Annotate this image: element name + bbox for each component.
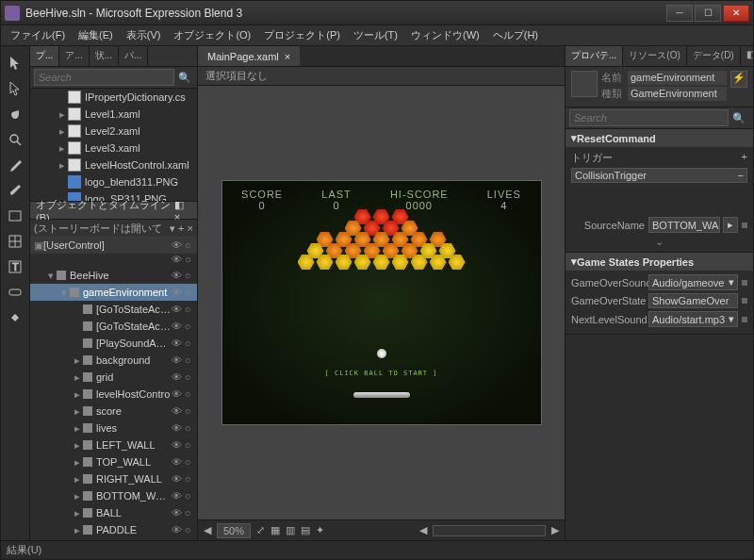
picker-button[interactable]: ▸ — [723, 217, 738, 233]
add-trigger-icon[interactable]: + — [742, 151, 747, 165]
resetcommand-header[interactable]: ▾ ResetCommand — [566, 129, 753, 147]
fit-icon[interactable]: ⤢ — [256, 524, 265, 536]
object-item[interactable]: ▸RIGHT_WALL👁○ — [30, 470, 197, 487]
usercontrol-root[interactable]: ▣ [UserControl] 👁○ — [30, 237, 197, 254]
object-item[interactable]: ▸background👁○ — [30, 352, 197, 369]
assets-tool-icon[interactable] — [3, 305, 27, 330]
menu-ウィンドウ(W)[interactable]: ウィンドウ(W) — [405, 26, 485, 44]
menu-オブジェクト(O)[interactable]: オブジェクト(O) — [168, 26, 256, 44]
zoom-level[interactable]: 50% — [217, 523, 251, 538]
rectangle-tool-icon[interactable] — [3, 204, 27, 228]
maximize-button[interactable]: ☐ — [695, 5, 721, 22]
text-tool-icon[interactable]: T — [3, 255, 27, 279]
search-icon[interactable]: 🔍 — [174, 72, 195, 84]
object-item[interactable]: ▸BOTTOM_WALL👁○ — [30, 487, 197, 504]
object-item[interactable]: ▾BeeHive👁○ — [30, 267, 197, 284]
left-tab[interactable]: プ... — [30, 46, 59, 66]
close-button[interactable]: ✕ — [723, 5, 749, 22]
status-bar: 結果(U) — [1, 540, 753, 559]
game-preview: SCORE0 LAST0 HI-SCORE0000 LIVES4 [ CLICK… — [221, 180, 542, 425]
object-item[interactable]: ▸levelHostContro👁○ — [30, 386, 197, 403]
prop-marker[interactable] — [742, 298, 747, 304]
left-tab[interactable]: パ... — [119, 46, 148, 66]
project-file[interactable]: ▸Level2.xaml — [30, 123, 197, 140]
properties-search-input[interactable] — [569, 109, 729, 126]
object-item[interactable]: [GoToStateAction]👁○ — [30, 301, 197, 318]
menu-ヘルプ(H)[interactable]: ヘルプ(H) — [487, 26, 544, 44]
svg-rect-2 — [9, 211, 21, 221]
pan-tool-icon[interactable] — [3, 102, 27, 126]
svg-text:T: T — [12, 261, 19, 272]
ball — [377, 349, 386, 358]
object-item[interactable]: ▸LEFT_WALL👁○ — [30, 436, 197, 453]
left-tab[interactable]: ア... — [59, 46, 89, 66]
object-item[interactable]: ▸lives👁○ — [30, 420, 197, 436]
gamestates-header[interactable]: ▾ Game States Properties — [566, 253, 753, 271]
object-name-field[interactable]: gameEnvironment — [628, 71, 727, 85]
prop-field[interactable]: Audio/start.mp3▾ — [648, 311, 738, 327]
menu-ファイル(F)[interactable]: ファイル(F) — [5, 26, 71, 44]
svg-point-0 — [10, 135, 18, 142]
right-tab[interactable]: リソース(O) — [623, 46, 686, 66]
start-text: [ CLICK BALL TO START ] — [222, 370, 541, 377]
object-item[interactable]: ▸score👁○ — [30, 403, 197, 420]
svg-rect-8 — [9, 289, 21, 295]
svg-line-1 — [17, 141, 21, 145]
direct-select-tool-icon[interactable] — [3, 76, 27, 101]
object-item[interactable]: ▸PADDLE👁○ — [30, 521, 197, 538]
left-panel-tabs: プ...ア...状...パ... — [30, 46, 197, 67]
object-item[interactable]: ▸BALL👁○ — [30, 504, 197, 521]
controls-tool-icon[interactable] — [3, 280, 27, 305]
horizontal-scrollbar[interactable] — [433, 525, 546, 536]
menu-プロジェクト(P)[interactable]: プロジェクト(P) — [258, 26, 346, 44]
prop-field[interactable]: Audio/gameove▾ — [648, 274, 738, 290]
project-search-input[interactable] — [34, 69, 174, 86]
events-view-icon[interactable]: ⚡ — [730, 71, 747, 88]
brush-tool-icon[interactable] — [3, 178, 27, 203]
paddle — [353, 392, 410, 398]
prop-field[interactable]: ShowGameOver — [648, 293, 738, 308]
object-item[interactable]: ▸grid👁○ — [30, 369, 197, 386]
effects-icon[interactable]: ✦ — [316, 524, 324, 536]
project-file[interactable]: logo_blend311.PNG — [30, 173, 197, 190]
minimize-button[interactable]: ─ — [666, 5, 693, 22]
project-file[interactable]: ▸Level1.xaml — [30, 106, 197, 123]
eyedropper-tool-icon[interactable] — [3, 153, 27, 177]
close-tab-icon[interactable]: × — [285, 51, 290, 62]
selected-object-icon — [571, 71, 598, 97]
object-item[interactable]: ▾gameEnvironment👁○ — [30, 284, 197, 301]
prop-marker[interactable] — [742, 317, 747, 322]
prop-marker[interactable] — [742, 222, 747, 228]
search-icon[interactable]: 🔍 — [729, 112, 749, 124]
selection-tool-icon[interactable] — [3, 51, 27, 75]
design-canvas[interactable]: SCORE0 LAST0 HI-SCORE0000 LIVES4 [ CLICK… — [198, 86, 565, 519]
layout-tool-icon[interactable] — [3, 229, 27, 254]
storyboard-row[interactable]: (ストーリーボードは開いて▾ + × — [30, 220, 197, 237]
collapse-icon[interactable]: ◀ — [204, 524, 211, 536]
project-tree: IPropertyDictionary.cs▸Level1.xaml▸Level… — [30, 89, 197, 201]
snap-icon[interactable]: ▥ — [286, 524, 295, 536]
collision-trigger-field[interactable]: CollisionTrigger− — [571, 168, 747, 183]
zoom-tool-icon[interactable] — [3, 127, 27, 152]
prop-marker[interactable] — [742, 280, 747, 286]
left-tab[interactable]: 状... — [90, 46, 119, 66]
project-file[interactable]: ▸Level3.xaml — [30, 140, 197, 156]
tool-strip: T — [1, 46, 30, 540]
menubar: ファイル(F)編集(E)表示(V)オブジェクト(O)プロジェクト(P)ツール(T… — [1, 25, 753, 46]
project-file[interactable]: IPropertyDictionary.cs — [30, 89, 197, 106]
object-item[interactable]: [GoToStateAction]👁○ — [30, 318, 197, 335]
sourcename-field[interactable]: BOTTOM_WALL◎ — [648, 217, 720, 233]
right-tab[interactable]: プロパテ... — [566, 46, 623, 66]
object-type-field: GameEnvironment — [628, 87, 727, 101]
right-tab[interactable]: データ(D) — [687, 46, 741, 66]
grid-icon[interactable]: ▦ — [270, 524, 280, 536]
object-item[interactable]: [PlaySoundAction]👁○ — [30, 335, 197, 352]
menu-編集(E)[interactable]: 編集(E) — [73, 26, 119, 44]
menu-ツール(T)[interactable]: ツール(T) — [348, 26, 403, 44]
object-item[interactable]: ▸TOP_WALL👁○ — [30, 453, 197, 470]
document-tab[interactable]: MainPage.xaml× — [198, 46, 300, 66]
snap2-icon[interactable]: ▤ — [301, 524, 310, 536]
project-file[interactable]: ▸LevelHostControl.xaml — [30, 156, 197, 173]
menu-表示(V)[interactable]: 表示(V) — [121, 26, 167, 44]
expand-icon[interactable]: ⌄ — [571, 236, 747, 248]
